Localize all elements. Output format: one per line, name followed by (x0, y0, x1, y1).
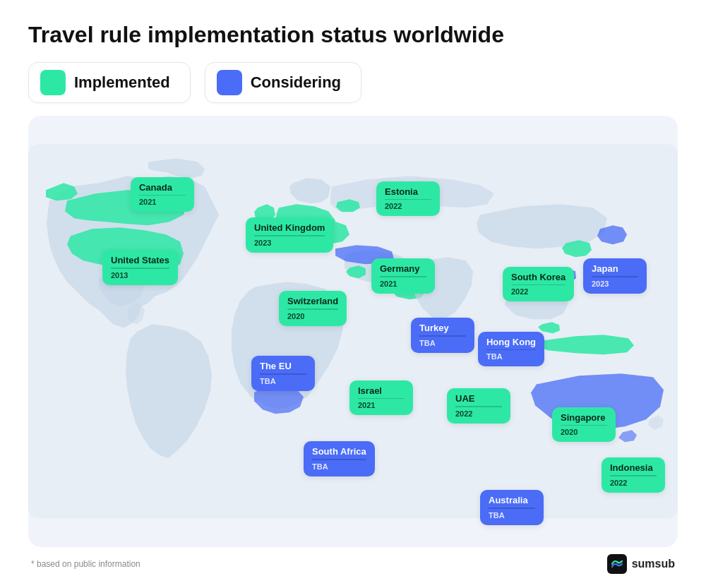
card-year-4: TBA (260, 377, 306, 385)
card-south-africa: South Africa TBA (304, 441, 375, 476)
card-name-6: South Africa (312, 446, 366, 457)
card-line-12 (511, 284, 566, 286)
cards-container: Canada 2021 United States 2013 United Ki… (28, 116, 678, 547)
card-year-14: 2020 (561, 428, 607, 436)
considering-label: Considering (251, 73, 341, 92)
card-line-16 (489, 508, 535, 509)
card-name-7: Estonia (385, 186, 431, 197)
card-uae: UAE 2022 (447, 388, 510, 424)
card-united-kingdom: United Kingdom 2023 (246, 217, 333, 253)
card-switzerland: Switzerland 2020 (279, 291, 347, 326)
card-line-9 (419, 335, 466, 337)
map-container: Canada 2021 United States 2013 United Ki… (28, 116, 678, 547)
card-line-3 (287, 308, 338, 310)
card-line-1 (111, 268, 169, 269)
card-year-6: TBA (312, 462, 366, 471)
card-line-0 (139, 195, 186, 196)
legend-implemented: Implemented (28, 62, 191, 103)
card-name-8: Germany (380, 263, 426, 274)
card-israel: Israel 2021 (349, 380, 413, 416)
page-title: Travel rule implementation status worldw… (28, 21, 678, 48)
sumsub-logo-icon (607, 554, 627, 574)
brand: sumsub (607, 554, 675, 574)
card-line-6 (312, 459, 366, 460)
footnote: * based on public information (31, 559, 140, 569)
card-singapore: Singapore 2020 (552, 407, 616, 443)
card-turkey: Turkey TBA (411, 318, 474, 353)
implemented-label: Implemented (74, 73, 170, 92)
card-name-15: Indonesia (610, 462, 657, 473)
card-name-10: UAE (455, 393, 502, 404)
card-name-5: Israel (358, 385, 405, 396)
card-year-7: 2022 (385, 202, 431, 210)
card-line-11 (486, 349, 536, 351)
card-name-4: The EU (260, 361, 306, 371)
card-year-3: 2020 (287, 312, 338, 320)
card-south-korea: South Korea 2022 (503, 267, 574, 302)
card-line-5 (358, 398, 405, 400)
implemented-dot (40, 70, 66, 95)
card-year-15: 2022 (610, 479, 657, 487)
card-year-0: 2021 (139, 198, 186, 206)
card-estonia: Estonia 2022 (376, 181, 440, 217)
card-name-11: Hong Kong (486, 337, 536, 347)
card-name-2: United Kingdom (254, 222, 325, 233)
card-line-2 (254, 235, 325, 236)
card-line-10 (455, 406, 502, 407)
card-name-13: Japan (592, 263, 638, 274)
card-year-8: 2021 (380, 280, 426, 288)
card-name-14: Singapore (561, 412, 607, 423)
card-year-5: 2021 (358, 401, 405, 409)
card-name-0: Canada (139, 182, 186, 193)
card-the-eu: The EU TBA (251, 356, 315, 391)
card-united-states: United States 2013 (102, 250, 178, 285)
card-australia: Australia TBA (480, 490, 544, 525)
card-year-2: 2023 (254, 239, 325, 247)
card-line-15 (610, 475, 657, 476)
card-year-11: TBA (486, 352, 536, 361)
card-name-3: Switzerland (287, 296, 338, 306)
card-canada: Canada 2021 (131, 177, 194, 212)
card-name-9: Turkey (419, 323, 466, 333)
card-japan: Japan 2023 (583, 258, 647, 294)
card-year-9: TBA (419, 339, 466, 347)
legend: Implemented Considering (28, 62, 678, 103)
card-indonesia: Indonesia 2022 (602, 457, 665, 493)
legend-considering: Considering (205, 62, 361, 103)
card-year-12: 2022 (511, 287, 566, 296)
card-germany: Germany 2021 (371, 258, 435, 294)
card-line-14 (561, 425, 607, 426)
page: Travel rule implementation status worldw… (0, 0, 706, 588)
card-year-10: 2022 (455, 409, 502, 418)
card-name-12: South Korea (511, 272, 566, 282)
card-line-8 (380, 276, 426, 277)
card-year-16: TBA (489, 511, 535, 520)
footer: * based on public information sumsub (28, 554, 678, 574)
card-line-7 (385, 199, 431, 200)
card-year-13: 2023 (592, 280, 638, 288)
card-year-1: 2013 (111, 271, 169, 280)
considering-dot (217, 70, 242, 95)
card-name-1: United States (111, 255, 169, 265)
card-line-4 (260, 373, 306, 375)
card-line-13 (592, 276, 638, 277)
brand-name: sumsub (632, 558, 675, 570)
card-hong-kong: Hong Kong TBA (478, 332, 544, 367)
card-name-16: Australia (489, 495, 535, 505)
